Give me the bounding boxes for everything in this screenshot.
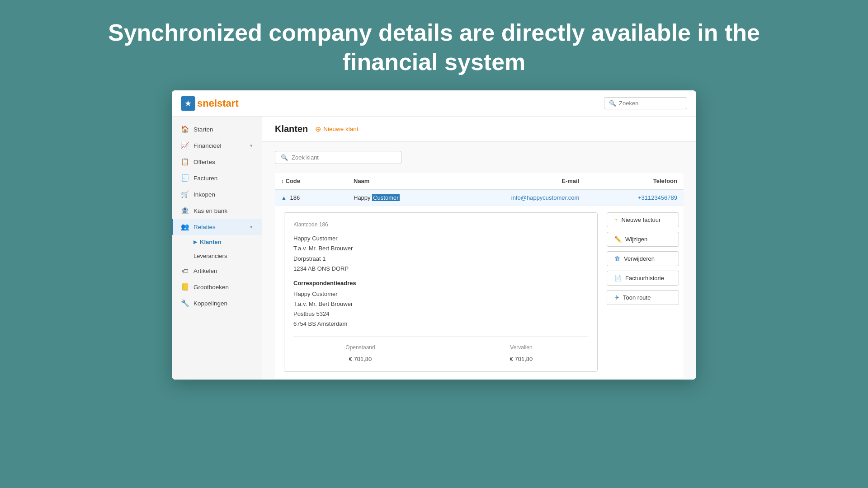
sidebar-label-facturen: Facturen [193,175,217,182]
wijzigen-label: Wijzigen [625,236,647,243]
chevron-down-icon: ▾ [250,143,253,149]
sort-icon: ↕ [281,178,284,184]
financieel-icon: 📈 [181,141,189,150]
col-email: E-mail [444,173,598,189]
naam-highlight: Customer [372,194,399,201]
vervallen-value: € 701,80 [454,354,588,364]
starten-icon: 🏠 [181,125,189,133]
openstaand-value: € 701,80 [293,354,427,364]
content-page-title: Klanten [275,124,308,134]
klanten-table: ↕ Code Naam E-mail Telefoon [275,173,684,378]
plus-icon: + [614,216,618,223]
page-title: Synchronized company details are directl… [90,18,778,77]
detail-name: Happy Customer [293,234,588,244]
search-icon: 🔍 [281,154,288,161]
sidebar-item-kas-en-bank[interactable]: 🏦 Kas en bank [172,202,262,219]
klanten-label: Klanten [200,239,222,245]
detail-card: Klantcode 186 Happy Customer T.a.v. Mr. … [284,212,598,372]
arrow-icon: ▶ [193,239,197,244]
sidebar-label-kas: Kas en bank [193,207,227,214]
plus-icon: ⊕ [315,125,321,133]
sidebar-item-artikelen[interactable]: 🏷 Artikelen [172,263,262,279]
sidebar-item-starten[interactable]: 🏠 Starten [172,121,262,137]
grootboeken-icon: 📒 [181,283,189,291]
sidebar-label-offertes: Offertes [193,159,215,165]
card-title: Klantcode 186 [293,220,588,229]
detail-actions: + Nieuwe factuur ✏️ Wijzigen [607,212,679,372]
sidebar-label-grootboeken: Grootboeken [193,284,229,291]
sidebar-item-financieel[interactable]: 📈 Financieel ▾ [172,137,262,154]
cell-code: ▲ 186 [275,189,347,206]
nieuwe-klant-label: Nieuwe klant [323,126,358,132]
active-bar [172,219,173,235]
verwijderen-label: Verwijderen [624,255,655,262]
logo-snel: snel [197,98,217,109]
artikelen-icon: 🏷 [181,267,189,275]
wijzigen-button[interactable]: ✏️ Wijzigen [607,232,679,247]
nieuwe-factuur-button[interactable]: + Nieuwe factuur [607,212,679,227]
detail-postal: 1234 AB ONS DORP [293,264,588,274]
top-bar: ★ snelstart 🔍 [172,90,696,117]
corr-city: 6754 BS Amsterdam [293,319,588,329]
detail-contact: T.a.v. Mr. Bert Brouwer [293,244,588,253]
inkopen-icon: 🛒 [181,190,189,198]
kas-icon: 🏦 [181,206,189,215]
sidebar-item-inkopen[interactable]: 🛒 Inkopen [172,186,262,202]
facturen-icon: 🧾 [181,174,189,182]
vervallen-label: Vervallen [454,343,588,352]
factuurhistorie-label: Factuurhistorie [625,275,664,282]
openstaand-section: Openstaand € 701,80 [293,343,427,364]
detail-street: Dorpstraat 1 [293,254,588,264]
klant-search-input[interactable] [292,154,391,161]
toon-route-button[interactable]: ✈ Toon route [607,290,679,305]
corr-name: Happy Customer [293,289,588,299]
chevron-up-icon: ▾ [250,224,253,230]
nieuwe-klant-button[interactable]: ⊕ Nieuwe klant [315,125,358,133]
sidebar-label-financieel: Financieel [193,142,222,149]
sidebar-item-grootboeken[interactable]: 📒 Grootboeken [172,279,262,295]
nieuwe-factuur-label: Nieuwe factuur [622,216,661,223]
sidebar-label-artikelen: Artikelen [193,267,217,274]
table-row[interactable]: ▲ 186 Happy Customer info@happycustomer.… [275,189,684,206]
top-search-input[interactable] [619,100,682,107]
history-icon: 📄 [614,275,622,282]
sidebar-label-starten: Starten [193,126,213,133]
corr-postbus: Postbus 5324 [293,309,588,319]
cell-email: info@happycustomer.com [444,189,598,206]
vervallen-section: Vervallen € 701,80 [454,343,588,364]
app-window: ★ snelstart 🔍 🏠 Starten 📈 Financieel ▾ 📋 [172,90,696,380]
sidebar-label-koppelingen: Koppelingen [193,300,227,307]
toon-route-label: Toon route [623,294,651,301]
cell-naam: Happy Customer [347,189,444,206]
trash-icon: 🗑 [614,255,620,262]
sidebar-sub-item-klanten[interactable]: ▶ Klanten [172,235,262,249]
top-search-box[interactable]: 🔍 [604,97,687,109]
offertes-icon: 📋 [181,158,189,166]
col-code[interactable]: ↕ Code [275,173,347,189]
route-icon: ✈ [614,294,619,301]
col-naam: Naam [347,173,444,189]
content-body: 🔍 ↕ Code [262,142,696,380]
logo: ★ snelstart [181,96,239,111]
detail-row: Klantcode 186 Happy Customer T.a.v. Mr. … [275,206,684,378]
edit-icon: ✏️ [614,236,622,243]
sidebar-sub-item-leveranciers[interactable]: Leveranciers [172,249,262,263]
koppelingen-icon: 🔧 [181,299,189,307]
content-area: Klanten ⊕ Nieuwe klant 🔍 [262,117,696,380]
sidebar-label-relaties: Relaties [193,224,216,230]
openstaand-label: Openstaand [293,343,427,352]
logo-star-icon: ★ [181,96,195,111]
logo-text: snelstart [197,98,239,109]
verwijderen-button[interactable]: 🗑 Verwijderen [607,251,679,266]
factuurhistorie-button[interactable]: 📄 Factuurhistorie [607,271,679,286]
sidebar-item-relaties[interactable]: 👥 Relaties ▾ [172,219,262,235]
expand-icon: ▲ [281,195,287,201]
sidebar-item-offertes[interactable]: 📋 Offertes [172,154,262,170]
sidebar-item-koppelingen[interactable]: 🔧 Koppelingen [172,295,262,311]
corr-contact: T.a.v. Mr. Bert Brouwer [293,299,588,309]
klant-search-bar[interactable]: 🔍 [275,151,401,164]
col-telefoon: Telefoon [597,173,684,189]
sidebar-item-facturen[interactable]: 🧾 Facturen [172,170,262,186]
sidebar: 🏠 Starten 📈 Financieel ▾ 📋 Offertes 🧾 Fa… [172,117,262,380]
sidebar-submenu-relaties: ▶ Klanten Leveranciers [172,235,262,263]
